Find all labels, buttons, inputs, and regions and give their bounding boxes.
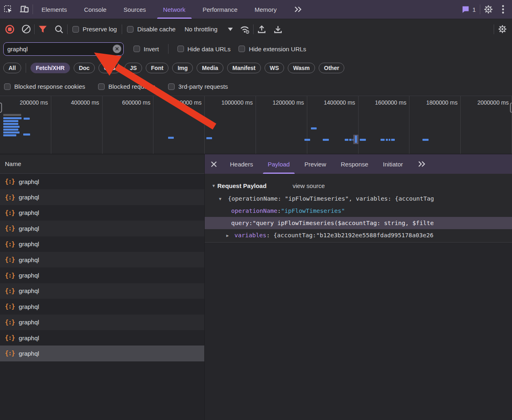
record-network-log-button[interactable] bbox=[2, 22, 18, 36]
checkbox-box[interactable] bbox=[238, 46, 245, 52]
clear-network-log-button[interactable] bbox=[18, 22, 34, 36]
tab-performance[interactable]: Performance bbox=[194, 0, 246, 19]
more-panels-button[interactable] bbox=[285, 0, 311, 19]
request-row[interactable]: {:}graphql bbox=[0, 189, 204, 205]
invert-checkbox[interactable]: Invert bbox=[133, 46, 159, 52]
detail-tab-response[interactable]: Response bbox=[333, 154, 376, 174]
chip-manifest[interactable]: Manifest bbox=[227, 63, 261, 73]
close-detail-icon[interactable] bbox=[205, 154, 223, 174]
detail-tab-preview[interactable]: Preview bbox=[297, 154, 333, 174]
overview-request-bar bbox=[304, 139, 310, 141]
network-overview-timeline[interactable]: 200000 ms400000 ms600000 ms800000 ms1000… bbox=[0, 96, 512, 154]
devtools-main-toolbar: ElementsConsoleSourcesNetworkPerformance… bbox=[0, 0, 512, 19]
request-row[interactable]: {:}graphql bbox=[0, 346, 204, 361]
search-icon[interactable] bbox=[51, 22, 67, 36]
device-toolbar-icon[interactable] bbox=[16, 0, 33, 19]
request-row[interactable]: {:}graphql bbox=[0, 330, 204, 346]
overview-request-bar bbox=[389, 139, 390, 141]
settings-gear-icon[interactable] bbox=[480, 0, 497, 19]
tree-caret-icon[interactable]: ▼ bbox=[219, 197, 225, 201]
name-column-header[interactable]: Name bbox=[0, 154, 204, 174]
request-row[interactable]: {:}graphql bbox=[0, 252, 204, 267]
chip-css[interactable]: CSS bbox=[98, 63, 121, 73]
payload-tree-line[interactable]: ▼{operationName: "ipFlowTimeseries", var… bbox=[205, 192, 512, 205]
inspect-element-icon[interactable] bbox=[0, 0, 16, 19]
request-row[interactable]: {:}graphql bbox=[0, 174, 204, 189]
overview-column: 1600000 ms bbox=[359, 96, 410, 154]
request-row[interactable]: {:}graphql bbox=[0, 315, 204, 330]
filter-toggle-icon[interactable] bbox=[35, 22, 51, 36]
issues-message-icon[interactable] bbox=[459, 0, 472, 19]
tab-elements[interactable]: Elements bbox=[33, 0, 76, 19]
detail-tab-payload[interactable]: Payload bbox=[260, 154, 297, 174]
payload-tree-line[interactable]: query: "query ipFlowTimeseries($accountT… bbox=[205, 217, 512, 229]
chip-other[interactable]: Other bbox=[319, 63, 344, 73]
request-name: graphql bbox=[19, 241, 39, 247]
tab-sources[interactable]: Sources bbox=[115, 0, 155, 19]
network-settings-gear-icon[interactable] bbox=[494, 22, 510, 36]
fetch-xhr-icon: {:} bbox=[5, 319, 15, 326]
chip-wasm[interactable]: Wasm bbox=[288, 63, 315, 73]
chip-fetch-xhr[interactable]: Fetch/XHR bbox=[31, 63, 70, 73]
overview-request-bar bbox=[391, 139, 395, 141]
request-row[interactable]: {:}graphql bbox=[0, 267, 204, 283]
checkbox-box[interactable] bbox=[72, 26, 79, 33]
checkbox-box[interactable] bbox=[177, 46, 184, 52]
overview-request-bar bbox=[3, 120, 18, 122]
clear-filter-icon[interactable] bbox=[113, 45, 121, 53]
request-row[interactable]: {:}graphql bbox=[0, 221, 204, 236]
payload-tree-line[interactable]: ▶variables: {accountTag: "b12e3b2192ee55… bbox=[205, 229, 512, 241]
chip-font[interactable]: Font bbox=[146, 63, 168, 73]
kebab-menu-icon[interactable] bbox=[497, 0, 510, 19]
section-caret-icon[interactable]: ▼ bbox=[212, 184, 217, 188]
toolbar-divider bbox=[67, 24, 68, 34]
overview-column: 200000 ms bbox=[0, 96, 51, 154]
preserve-log-checkbox[interactable]: Preserve log bbox=[72, 26, 117, 33]
blocked-response-cookies-checkbox[interactable]: Blocked response cookies bbox=[4, 83, 85, 90]
chip-media[interactable]: Media bbox=[197, 63, 223, 73]
checkbox-box[interactable] bbox=[168, 83, 175, 90]
disable-cache-checkbox[interactable]: Disable cache bbox=[127, 26, 175, 33]
view-source-link[interactable]: view source bbox=[293, 182, 325, 189]
payload-tree-line[interactable]: operationName: "ipFlowTimeseries" bbox=[205, 205, 512, 217]
tab-memory[interactable]: Memory bbox=[246, 0, 285, 19]
blocked-requests-checkbox[interactable]: Blocked requests bbox=[98, 83, 155, 90]
chip-img[interactable]: Img bbox=[172, 63, 193, 73]
request-row[interactable]: {:}graphql bbox=[0, 283, 204, 299]
checkbox-box[interactable] bbox=[133, 46, 140, 52]
request-row[interactable]: {:}graphql bbox=[0, 299, 204, 314]
overview-request-bar bbox=[386, 139, 388, 141]
detail-tab-headers[interactable]: Headers bbox=[223, 154, 260, 174]
tab-network[interactable]: Network bbox=[155, 0, 194, 19]
preserve-log-label: Preserve log bbox=[83, 26, 117, 33]
tab-console[interactable]: Console bbox=[76, 0, 115, 19]
chip-ws[interactable]: WS bbox=[265, 63, 284, 73]
network-filter-input[interactable]: graphql bbox=[3, 42, 124, 56]
hide-extension-urls-checkbox[interactable]: Hide extension URLs bbox=[238, 46, 306, 52]
export-har-icon[interactable] bbox=[270, 22, 286, 36]
3rd-party-requests-checkbox[interactable]: 3rd-party requests bbox=[168, 83, 228, 90]
request-payload-section[interactable]: ▼ Request Payload view source bbox=[205, 179, 512, 192]
detail-tab-initiator[interactable]: Initiator bbox=[376, 154, 410, 174]
chip-js[interactable]: JS bbox=[125, 63, 142, 73]
chip-doc[interactable]: Doc bbox=[74, 63, 95, 73]
tree-caret-icon[interactable]: ▶ bbox=[226, 233, 232, 238]
request-name: graphql bbox=[19, 256, 39, 263]
checkbox-box[interactable] bbox=[98, 83, 105, 90]
throttling-select[interactable]: No throttling bbox=[184, 26, 233, 33]
checkbox-box[interactable] bbox=[4, 83, 11, 90]
request-row[interactable]: {:}graphql bbox=[0, 205, 204, 221]
network-conditions-icon[interactable] bbox=[237, 22, 253, 36]
checkbox-box[interactable] bbox=[127, 26, 133, 33]
request-payload-title: Request Payload bbox=[217, 182, 267, 189]
issues-count[interactable]: 1 bbox=[473, 6, 476, 13]
hide-data-urls-checkbox[interactable]: Hide data URLs bbox=[177, 46, 231, 52]
chip-all[interactable]: All bbox=[3, 63, 21, 73]
overview-tick-label: 600000 ms bbox=[122, 99, 150, 106]
request-row[interactable]: {:}graphql bbox=[0, 236, 204, 252]
import-har-icon[interactable] bbox=[254, 22, 270, 36]
panel-tabs: ElementsConsoleSourcesNetworkPerformance… bbox=[33, 0, 285, 19]
more-detail-tabs-button[interactable] bbox=[410, 154, 433, 174]
overview-request-bar bbox=[323, 139, 329, 141]
payload-segment: "query ipFlowTimeseries($accountTag: str… bbox=[252, 220, 433, 226]
